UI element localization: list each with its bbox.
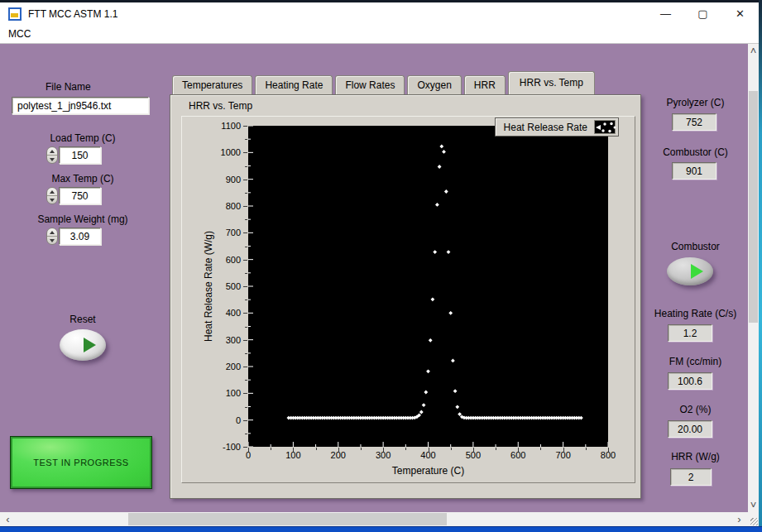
x-axis-label: Temperature (C) [248,465,608,477]
tick-mark [245,434,247,434]
tick-mark [429,448,429,452]
tick-mark [496,448,496,450]
combustor-temp-value: 901 [672,162,716,180]
scroll-up-arrow[interactable]: ˄ [748,44,759,58]
y-tick-label: 600 [226,255,241,265]
heating-rate-value: 1.2 [668,324,712,342]
tick-mark [248,448,249,452]
tab-heating-rate[interactable]: Heating Rate [255,75,333,94]
tab-hrr-vs-temp[interactable]: HRR vs. Temp [508,71,595,94]
resize-grip[interactable] [748,512,759,526]
tick-mark [243,447,247,448]
file-name-label: File Name [46,81,91,93]
tick-mark [243,420,247,421]
sample-weight-stepper[interactable] [46,228,58,245]
reset-label: Reset [17,314,149,325]
o2-label: O2 (%) [637,404,754,415]
x-axis-ticks: 0100200300400500600700800 [248,450,608,462]
load-temp-decrement[interactable] [47,156,57,163]
tick-mark [563,448,564,452]
tab-strip: TemperaturesHeating RateFlow RatesOxygen… [170,71,597,94]
tick-mark [540,448,541,450]
legend-label: Heat Release Rate [504,122,587,133]
combustor-button-label: Combustor [637,241,754,252]
tick-mark [243,180,247,180]
max-temp-stepper[interactable] [46,187,58,204]
tick-mark [243,286,247,287]
tick-mark [518,448,519,452]
chart-frame: Heat Release Rate (W/g) -100010020030040… [181,116,635,483]
title-bar: FTT MCC ASTM 1.1 — ▢ ✕ [0,2,759,25]
tab-page-hrr-vs-temp: HRR vs. Temp Heat Release Rate (W/g) -10… [170,94,641,499]
maximize-button[interactable]: ▢ [684,2,721,25]
load-temp-stepper[interactable] [46,146,58,164]
load-temp-label: Load Temp (C) [17,132,149,144]
combustor-button[interactable] [667,257,713,285]
tick-mark [243,313,247,314]
play-icon [84,338,96,352]
sample-weight-decrement[interactable] [47,237,57,244]
menu-mcc[interactable]: MCC [0,28,39,40]
minimize-button[interactable]: — [647,2,684,25]
tab-oxygen[interactable]: Oxygen [407,75,461,94]
y-tick-label: 900 [226,175,241,185]
horizontal-scrollbar-thumb[interactable] [128,513,447,525]
tick-mark [243,126,247,127]
tick-mark [245,193,247,194]
vertical-scrollbar[interactable]: ˄ ˅ [748,44,759,512]
y-tick-label: 300 [226,335,241,345]
tick-mark [451,448,452,450]
y-axis-ticks: -100010020030040050060070080090010001100 [182,126,242,447]
tab-temperatures[interactable]: Temperatures [172,75,252,94]
app-window: FTT MCC ASTM 1.1 — ▢ ✕ MCC File Name Loa… [0,0,762,532]
scroll-down-arrow[interactable]: ˅ [748,498,759,512]
load-temp-field[interactable] [59,146,101,164]
vertical-scrollbar-thumb[interactable] [749,91,758,323]
load-temp-increment[interactable] [47,147,57,156]
max-temp-field[interactable] [59,187,101,204]
y-tick-label: 700 [226,228,241,237]
tick-mark [243,367,247,367]
sample-weight-increment[interactable] [47,228,57,237]
tick-mark [243,340,247,341]
y-tick-label: 1000 [221,147,241,157]
hrr-value: 2 [670,468,712,486]
chart-legend[interactable]: Heat Release Rate [495,117,619,137]
scroll-left-arrow[interactable]: ‹ [2,512,14,526]
y-tick-label: -100 [223,442,241,452]
tab-flow-rates[interactable]: Flow Rates [335,75,405,94]
tick-mark [245,327,247,328]
legend-marker-icon [595,121,616,135]
window-border-right [759,0,762,532]
tick-mark [586,448,587,450]
tick-mark [338,448,339,452]
legend-marker-sample [594,120,616,134]
y-tick-label: 400 [226,308,241,318]
window-border-bottom [0,526,762,532]
max-temp-decrement[interactable] [47,196,57,204]
tick-mark [245,139,247,140]
fm-value: 100.6 [668,372,712,390]
heating-rate-label: Heating Rate (C/s) [637,308,754,319]
sample-weight-label: Sample Weight (mg) [8,213,157,225]
tick-mark [243,152,247,153]
tab-hrr[interactable]: HRR [464,75,506,94]
tick-mark [383,448,384,452]
y-tick-label: 800 [226,201,241,211]
tick-mark [245,219,247,220]
inner-tick-marks [248,126,608,447]
tick-mark [245,380,247,381]
tick-mark [245,353,247,354]
scroll-right-arrow[interactable]: › [733,512,745,526]
pyrolyzer-value: 752 [672,113,716,131]
close-button[interactable]: ✕ [721,2,759,25]
horizontal-scrollbar[interactable]: ‹ › [0,512,748,526]
test-in-progress-indicator: TEST IN PROGRESS [10,436,152,489]
series-heat-release-rate [287,145,583,420]
max-temp-increment[interactable] [47,188,57,196]
tick-mark [243,393,247,394]
sample-weight-field[interactable] [59,228,101,245]
o2-value: 20.00 [668,420,712,438]
reset-button[interactable] [60,329,106,361]
file-name-input[interactable] [12,97,149,114]
